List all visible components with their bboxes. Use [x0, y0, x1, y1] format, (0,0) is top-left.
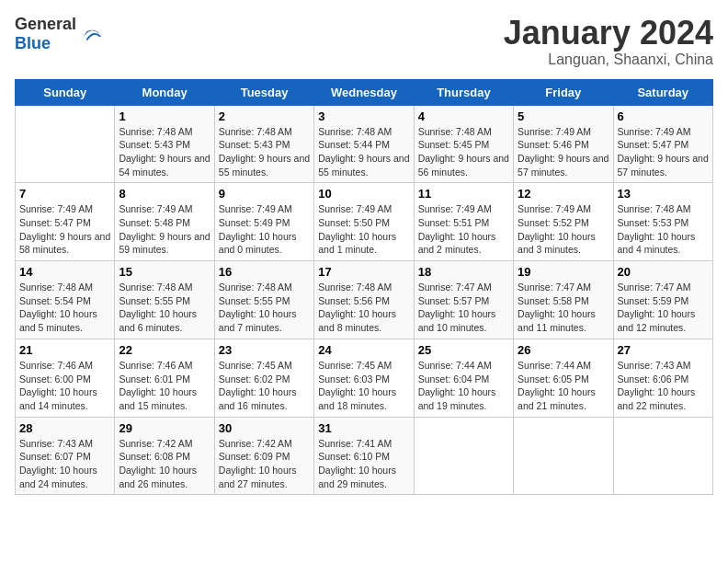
- day-number: 9: [219, 187, 310, 201]
- day-number: 10: [318, 187, 409, 201]
- week-row-4: 21Sunrise: 7:46 AMSunset: 6:00 PMDayligh…: [16, 339, 713, 417]
- calendar-cell: 19Sunrise: 7:47 AMSunset: 5:58 PMDayligh…: [514, 261, 613, 339]
- location-title: Languan, Shaanxi, China: [504, 52, 713, 68]
- calendar-cell: 17Sunrise: 7:48 AMSunset: 5:56 PMDayligh…: [314, 261, 414, 339]
- day-number: 28: [19, 421, 110, 435]
- day-header-tuesday: Tuesday: [214, 79, 313, 105]
- day-number: 26: [518, 343, 609, 357]
- calendar-cell: 2Sunrise: 7:48 AMSunset: 5:43 PMDaylight…: [214, 105, 313, 183]
- logo-icon: [78, 21, 104, 47]
- day-number: 22: [119, 343, 210, 357]
- calendar-cell: 3Sunrise: 7:48 AMSunset: 5:44 PMDaylight…: [314, 105, 414, 183]
- calendar-cell: 16Sunrise: 7:48 AMSunset: 5:55 PMDayligh…: [214, 261, 313, 339]
- day-info: Sunrise: 7:49 AMSunset: 5:49 PMDaylight:…: [219, 202, 310, 257]
- calendar-cell: 31Sunrise: 7:41 AMSunset: 6:10 PMDayligh…: [314, 417, 414, 495]
- day-info: Sunrise: 7:48 AMSunset: 5:56 PMDaylight:…: [318, 281, 409, 335]
- calendar-cell: 18Sunrise: 7:47 AMSunset: 5:57 PMDayligh…: [414, 261, 513, 339]
- day-header-friday: Friday: [514, 79, 613, 105]
- days-header-row: SundayMondayTuesdayWednesdayThursdayFrid…: [16, 79, 713, 105]
- day-info: Sunrise: 7:43 AMSunset: 6:07 PMDaylight:…: [19, 437, 110, 491]
- day-info: Sunrise: 7:47 AMSunset: 5:59 PMDaylight:…: [618, 281, 709, 335]
- calendar-cell: 15Sunrise: 7:48 AMSunset: 5:55 PMDayligh…: [115, 261, 214, 339]
- day-info: Sunrise: 7:48 AMSunset: 5:53 PMDaylight:…: [618, 202, 709, 257]
- day-info: Sunrise: 7:45 AMSunset: 6:03 PMDaylight:…: [318, 359, 409, 413]
- day-info: Sunrise: 7:42 AMSunset: 6:08 PMDaylight:…: [119, 437, 210, 491]
- day-number: 5: [518, 109, 609, 123]
- day-info: Sunrise: 7:49 AMSunset: 5:51 PMDaylight:…: [418, 202, 509, 257]
- week-row-1: 1Sunrise: 7:48 AMSunset: 5:43 PMDaylight…: [16, 105, 713, 183]
- day-info: Sunrise: 7:49 AMSunset: 5:47 PMDaylight:…: [19, 202, 110, 257]
- calendar-cell: 9Sunrise: 7:49 AMSunset: 5:49 PMDaylight…: [214, 183, 313, 261]
- day-info: Sunrise: 7:41 AMSunset: 6:10 PMDaylight:…: [318, 437, 409, 491]
- day-info: Sunrise: 7:48 AMSunset: 5:45 PMDaylight:…: [418, 125, 509, 179]
- calendar-cell: 5Sunrise: 7:49 AMSunset: 5:46 PMDaylight…: [514, 105, 613, 183]
- day-number: 21: [19, 343, 110, 357]
- day-info: Sunrise: 7:48 AMSunset: 5:43 PMDaylight:…: [219, 125, 310, 179]
- day-info: Sunrise: 7:46 AMSunset: 6:01 PMDaylight:…: [119, 359, 210, 413]
- calendar-cell: 28Sunrise: 7:43 AMSunset: 6:07 PMDayligh…: [16, 417, 115, 495]
- day-info: Sunrise: 7:47 AMSunset: 5:58 PMDaylight:…: [518, 281, 609, 335]
- day-number: 7: [19, 187, 110, 201]
- calendar-cell: 13Sunrise: 7:48 AMSunset: 5:53 PMDayligh…: [613, 183, 712, 261]
- day-number: 25: [418, 343, 509, 357]
- calendar-cell: 21Sunrise: 7:46 AMSunset: 6:00 PMDayligh…: [16, 339, 115, 417]
- calendar-cell: 23Sunrise: 7:45 AMSunset: 6:02 PMDayligh…: [214, 339, 313, 417]
- day-number: 19: [518, 265, 609, 279]
- day-number: 30: [219, 421, 310, 435]
- day-header-saturday: Saturday: [613, 79, 712, 105]
- calendar-cell: [613, 417, 712, 495]
- day-info: Sunrise: 7:43 AMSunset: 6:06 PMDaylight:…: [618, 359, 709, 413]
- day-info: Sunrise: 7:47 AMSunset: 5:57 PMDaylight:…: [418, 281, 509, 335]
- day-info: Sunrise: 7:49 AMSunset: 5:52 PMDaylight:…: [518, 202, 609, 257]
- day-header-monday: Monday: [115, 79, 214, 105]
- calendar-cell: 22Sunrise: 7:46 AMSunset: 6:01 PMDayligh…: [115, 339, 214, 417]
- calendar-cell: [514, 417, 613, 495]
- day-number: 4: [418, 109, 509, 123]
- calendar-cell: 6Sunrise: 7:49 AMSunset: 5:47 PMDaylight…: [613, 105, 712, 183]
- day-number: 15: [119, 265, 210, 279]
- day-info: Sunrise: 7:49 AMSunset: 5:48 PMDaylight:…: [119, 202, 210, 257]
- day-number: 31: [318, 421, 409, 435]
- day-info: Sunrise: 7:48 AMSunset: 5:43 PMDaylight:…: [119, 125, 210, 179]
- day-info: Sunrise: 7:49 AMSunset: 5:50 PMDaylight:…: [318, 202, 409, 257]
- day-header-thursday: Thursday: [414, 79, 513, 105]
- logo-text: General Blue: [15, 15, 76, 53]
- day-info: Sunrise: 7:44 AMSunset: 6:04 PMDaylight:…: [418, 359, 509, 413]
- month-title: January 2024: [504, 15, 713, 52]
- calendar-cell: 12Sunrise: 7:49 AMSunset: 5:52 PMDayligh…: [514, 183, 613, 261]
- day-info: Sunrise: 7:44 AMSunset: 6:05 PMDaylight:…: [518, 359, 609, 413]
- calendar-cell: [414, 417, 513, 495]
- calendar-cell: 20Sunrise: 7:47 AMSunset: 5:59 PMDayligh…: [613, 261, 712, 339]
- day-info: Sunrise: 7:48 AMSunset: 5:55 PMDaylight:…: [219, 281, 310, 335]
- calendar-cell: 14Sunrise: 7:48 AMSunset: 5:54 PMDayligh…: [16, 261, 115, 339]
- calendar-cell: 11Sunrise: 7:49 AMSunset: 5:51 PMDayligh…: [414, 183, 513, 261]
- day-info: Sunrise: 7:48 AMSunset: 5:44 PMDaylight:…: [318, 125, 409, 179]
- day-info: Sunrise: 7:48 AMSunset: 5:54 PMDaylight:…: [19, 281, 110, 335]
- day-number: 18: [418, 265, 509, 279]
- calendar-cell: 30Sunrise: 7:42 AMSunset: 6:09 PMDayligh…: [214, 417, 313, 495]
- calendar-cell: 29Sunrise: 7:42 AMSunset: 6:08 PMDayligh…: [115, 417, 214, 495]
- day-number: 20: [618, 265, 709, 279]
- calendar-cell: 1Sunrise: 7:48 AMSunset: 5:43 PMDaylight…: [115, 105, 214, 183]
- day-number: 3: [318, 109, 409, 123]
- day-info: Sunrise: 7:46 AMSunset: 6:00 PMDaylight:…: [19, 359, 110, 413]
- day-number: 6: [618, 109, 709, 123]
- calendar-cell: 7Sunrise: 7:49 AMSunset: 5:47 PMDaylight…: [16, 183, 115, 261]
- day-number: 14: [19, 265, 110, 279]
- day-info: Sunrise: 7:49 AMSunset: 5:47 PMDaylight:…: [618, 125, 709, 179]
- calendar-cell: 27Sunrise: 7:43 AMSunset: 6:06 PMDayligh…: [613, 339, 712, 417]
- title-block: January 2024 Languan, Shaanxi, China: [504, 15, 713, 68]
- week-row-3: 14Sunrise: 7:48 AMSunset: 5:54 PMDayligh…: [16, 261, 713, 339]
- day-number: 16: [219, 265, 310, 279]
- day-info: Sunrise: 7:48 AMSunset: 5:55 PMDaylight:…: [119, 281, 210, 335]
- day-number: 24: [318, 343, 409, 357]
- day-number: 13: [618, 187, 709, 201]
- day-number: 29: [119, 421, 210, 435]
- day-header-wednesday: Wednesday: [314, 79, 414, 105]
- logo-blue: Blue: [15, 34, 51, 52]
- calendar-cell: 4Sunrise: 7:48 AMSunset: 5:45 PMDaylight…: [414, 105, 513, 183]
- day-info: Sunrise: 7:42 AMSunset: 6:09 PMDaylight:…: [219, 437, 310, 491]
- calendar-cell: 8Sunrise: 7:49 AMSunset: 5:48 PMDaylight…: [115, 183, 214, 261]
- day-number: 1: [119, 109, 210, 123]
- day-number: 12: [518, 187, 609, 201]
